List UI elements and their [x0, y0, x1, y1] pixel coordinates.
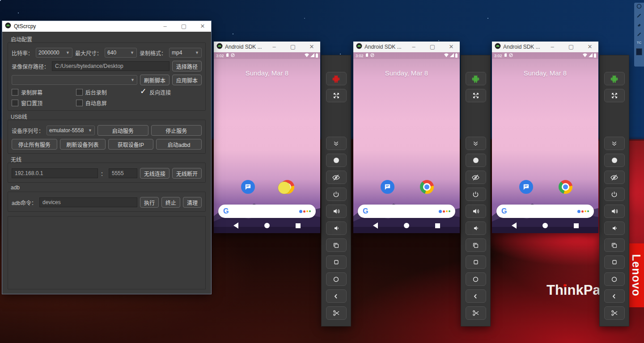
fullscreen-button[interactable]	[604, 89, 625, 102]
checkbox-box[interactable]	[76, 89, 83, 96]
checkbox-reverse-connection[interactable]: 反向连接	[140, 88, 202, 96]
messages-app-icon[interactable]	[519, 180, 533, 194]
scissors-button[interactable]	[604, 306, 625, 320]
bitrate-select[interactable]: 2000000▼	[36, 48, 72, 58]
fullscreen-button[interactable]	[466, 89, 486, 102]
android-robot-button[interactable]	[604, 72, 625, 85]
record-format-select[interactable]: mp4▼	[169, 48, 202, 58]
google-assistant-icon[interactable]	[439, 210, 450, 213]
power-button[interactable]	[326, 188, 347, 201]
back-chevron-button[interactable]	[466, 289, 486, 303]
close-icon[interactable]: ✕	[445, 42, 457, 52]
chevrons-down-button[interactable]	[604, 137, 625, 150]
google-search-bar[interactable]: G	[496, 205, 594, 218]
back-chevron-button[interactable]	[326, 289, 347, 303]
minimize-icon[interactable]: –	[408, 42, 419, 52]
minimize-icon[interactable]: –	[159, 21, 171, 32]
start-service-button[interactable]: 启动服务	[97, 125, 148, 136]
maximize-icon[interactable]: ▢	[427, 42, 438, 52]
volume-up-button[interactable]	[604, 205, 625, 218]
recents-square-button[interactable]	[326, 255, 347, 269]
minimize-icon[interactable]: –	[268, 42, 280, 52]
copy-button[interactable]	[604, 238, 625, 252]
checkbox-record-screen[interactable]: 录制屏幕	[12, 88, 73, 96]
start-adbd-button[interactable]: 启动adbd	[156, 139, 202, 150]
record-dot-button[interactable]	[466, 154, 486, 167]
android-robot-button[interactable]	[326, 72, 347, 85]
marker-icon[interactable]	[636, 31, 642, 37]
recents-icon[interactable]	[435, 223, 440, 228]
google-assistant-icon[interactable]	[299, 210, 311, 213]
messages-app-icon[interactable]	[381, 180, 394, 194]
close-icon[interactable]: ✕	[197, 21, 208, 32]
stop-service-button[interactable]: 停止服务	[151, 125, 202, 136]
google-search-bar[interactable]: G	[218, 205, 316, 218]
messages-app-icon[interactable]	[241, 180, 255, 194]
fullscreen-button[interactable]	[326, 89, 347, 102]
save-path-input[interactable]: C:/Users/bytedance/Desktop	[52, 61, 169, 71]
chrome-app-icon[interactable]	[559, 180, 572, 194]
recents-square-button[interactable]	[604, 255, 625, 269]
volume-up-button[interactable]	[466, 205, 486, 218]
power-button[interactable]	[604, 188, 625, 201]
eraser-icon[interactable]	[636, 22, 642, 28]
choose-path-button[interactable]: 选择路径	[172, 61, 202, 71]
android-robot-button[interactable]	[466, 72, 486, 85]
emulator-titlebar[interactable]: Android SDK ... – ▢ ✕	[214, 42, 320, 52]
ip-address-input[interactable]: 192.168.0.1	[12, 168, 98, 178]
back-chevron-button[interactable]	[604, 289, 625, 303]
checkbox-box[interactable]	[12, 89, 18, 96]
close-icon[interactable]: ✕	[584, 42, 596, 52]
volume-up-button[interactable]	[326, 205, 347, 218]
qtscrcpy-titlebar[interactable]: QtScrcpy – ▢ ✕	[2, 21, 211, 32]
emulator-titlebar[interactable]: Android SDK ... – ▢ ✕	[353, 42, 460, 52]
eye-off-button[interactable]	[466, 171, 486, 184]
refresh-script-button[interactable]: 刷新脚本	[140, 75, 169, 85]
power-button[interactable]	[466, 188, 486, 201]
checkbox-auto-screen-off[interactable]: 自动息屏	[76, 99, 138, 107]
clear-button[interactable]: 清理	[183, 197, 202, 208]
checkbox-window-on-top[interactable]: 窗口置顶	[12, 99, 73, 107]
google-assistant-icon[interactable]	[577, 210, 589, 213]
checkbox-box-checked[interactable]	[140, 89, 147, 96]
wireless-disconnect-button[interactable]: 无线断开	[172, 168, 202, 179]
refresh-device-list-button[interactable]: 刷新设备列表	[60, 139, 106, 150]
phone-screen[interactable]: 3:02 Sunday, Mar 8 G	[492, 52, 598, 233]
stop-all-services-button[interactable]: 停止所有服务	[12, 139, 57, 150]
copy-button[interactable]	[466, 238, 486, 252]
get-device-ip-button[interactable]: 获取设备IP	[108, 139, 154, 150]
back-icon[interactable]	[233, 222, 238, 229]
google-search-bar[interactable]: G	[358, 205, 455, 218]
maximize-icon[interactable]: ▢	[565, 42, 577, 52]
execute-button[interactable]: 执行	[140, 197, 159, 208]
home-circle-button[interactable]	[466, 272, 486, 286]
volume-down-button[interactable]	[604, 222, 625, 235]
phone-screen[interactable]: 3:02 Sunday, Mar 8 G	[214, 52, 320, 233]
checkbox-background-record[interactable]: 后台录制	[76, 88, 138, 96]
chevrons-down-button[interactable]	[466, 137, 486, 150]
maximize-icon[interactable]: ▢	[178, 21, 190, 32]
copy-button[interactable]	[326, 238, 347, 252]
eye-off-button[interactable]	[326, 171, 347, 184]
scissors-button[interactable]	[326, 306, 347, 320]
console-output[interactable]	[8, 216, 206, 289]
back-icon[interactable]	[373, 222, 378, 229]
home-icon[interactable]	[542, 223, 548, 228]
recents-icon[interactable]	[296, 223, 301, 228]
eye-off-button[interactable]	[604, 171, 625, 184]
scissors-button[interactable]	[466, 306, 486, 320]
adb-command-input[interactable]: devices	[39, 197, 137, 207]
chevrons-down-button[interactable]	[326, 137, 347, 150]
home-circle-button[interactable]	[604, 272, 625, 286]
pencil-icon[interactable]	[636, 13, 642, 18]
checkbox-box[interactable]	[76, 100, 83, 106]
recents-square-button[interactable]	[466, 255, 486, 269]
home-circle-button[interactable]	[326, 272, 347, 286]
apply-script-button[interactable]: 应用脚本	[172, 75, 202, 85]
chrome-app-icon[interactable]	[420, 180, 434, 194]
circle-icon[interactable]	[636, 3, 642, 9]
record-dot-button[interactable]	[604, 154, 625, 167]
checkbox-box[interactable]	[12, 100, 18, 106]
script-select[interactable]: ▼	[12, 75, 137, 85]
volume-down-button[interactable]	[466, 222, 486, 235]
